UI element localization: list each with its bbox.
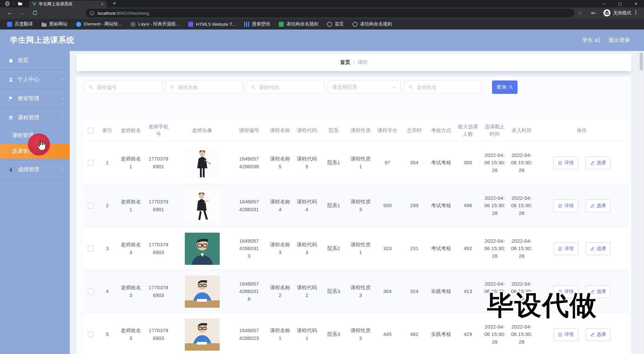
- course-no-filter: [84, 80, 162, 94]
- teacher-avatar: [173, 227, 231, 270]
- teacher-name-input[interactable]: [416, 84, 478, 91]
- search-icon: [170, 85, 174, 90]
- cell-max-students: 496: [454, 184, 481, 227]
- incognito-label: 无痕模式: [613, 10, 631, 16]
- browser-logo-icon: [5, 1, 10, 6]
- bookmark-favicon-icon: [42, 22, 47, 27]
- browser-tab[interactable]: 学生网上选课系统 ×: [29, 1, 107, 7]
- current-user-label[interactable]: 学生 a1: [582, 37, 600, 44]
- row-checkbox[interactable]: [88, 246, 94, 251]
- sidebar-item-profile[interactable]: 个人中心: [0, 70, 70, 89]
- choose-course-button[interactable]: 选课: [586, 157, 610, 169]
- search-icon: [89, 85, 93, 90]
- bookmark-favicon-icon: [76, 22, 81, 27]
- search-icon: [508, 85, 513, 90]
- site-info-icon[interactable]: [90, 11, 95, 16]
- course-no-input[interactable]: [96, 84, 158, 91]
- window-minimize-button[interactable]: ─: [596, 0, 612, 7]
- search-button[interactable]: 查询: [492, 80, 518, 94]
- reload-button[interactable]: [32, 10, 38, 16]
- pen-icon: [590, 332, 595, 337]
- teacher-name-filter: [404, 80, 482, 94]
- column-header: 最大选课人数: [454, 120, 481, 141]
- forward-button[interactable]: →: [19, 9, 26, 17]
- bookmark-favicon-icon: [279, 22, 284, 27]
- column-header: 课程学分: [374, 120, 401, 141]
- tab-close-icon[interactable]: ×: [101, 2, 104, 6]
- bookmark-item[interactable]: 搜索壁纸: [240, 19, 274, 30]
- screen: 学生网上选课系统 × + ─ ▢ ✕ ← → localhost:8081/#/…: [0, 0, 644, 354]
- row-checkbox[interactable]: [88, 289, 94, 294]
- browser-menu-button[interactable]: [635, 10, 636, 14]
- bookmark-star-icon[interactable]: ☆: [578, 9, 583, 16]
- detail-button[interactable]: 详情: [553, 199, 578, 212]
- pen-icon: [590, 161, 595, 165]
- incognito-badge: 无痕模式: [603, 9, 631, 17]
- detail-button[interactable]: 详情: [553, 242, 578, 255]
- cell-total-hours: 482: [401, 313, 428, 354]
- column-header: 总学时: [401, 120, 428, 141]
- teacher-photo: [185, 318, 220, 351]
- cell-max-students: 492: [454, 227, 481, 270]
- bookmark-item[interactable]: 图标网站: [37, 19, 72, 30]
- sidebar-item-grades[interactable]: 成绩管理: [0, 160, 70, 179]
- table-row: 3 老师姓名3 17703786903 164905742860313 课程名称…: [84, 227, 629, 270]
- flag-icon: [8, 96, 14, 102]
- choose-course-button[interactable]: 选课: [586, 242, 610, 255]
- sidebar-item-home[interactable]: 首页: [0, 51, 70, 70]
- bookmark-item[interactable]: 首页: [323, 19, 348, 30]
- scrollbar-thumb[interactable]: [640, 53, 643, 71]
- address-bar[interactable]: localhost:8081/#/kecheng: [86, 9, 574, 17]
- table-row: 2 老师姓名1 17703786901 16490574286031 课程名称4…: [84, 184, 629, 227]
- app-header: 学生网上选课系统 学生 a1 退出登录: [0, 30, 644, 51]
- stack-icon: [8, 115, 14, 121]
- course-code-input[interactable]: [258, 84, 320, 91]
- course-name-input[interactable]: [177, 84, 239, 91]
- window-close-button[interactable]: ✕: [628, 0, 644, 7]
- detail-button[interactable]: 详情: [553, 328, 578, 341]
- sidebar-item-course-mgmt[interactable]: 课程管理: [0, 108, 70, 127]
- choose-course-button[interactable]: 选课: [586, 199, 610, 212]
- bookmark-item[interactable]: 表结构命名规则: [274, 19, 323, 30]
- bookmark-item[interactable]: 表结构命名规则: [348, 19, 396, 30]
- teacher-avatar: [173, 184, 231, 227]
- bookmark-item[interactable]: Layui - 经典开源模...: [126, 19, 184, 30]
- home-icon: [8, 58, 14, 63]
- column-header: 课程编号: [231, 120, 267, 141]
- column-header: 考核方式: [428, 120, 454, 141]
- cell-course-code: 课程代码2: [293, 270, 320, 313]
- document-icon: [558, 246, 562, 251]
- cell-teacher-name: 老师姓名3: [117, 270, 144, 313]
- cell-teacher-name: 老师姓名1: [117, 184, 144, 227]
- sidebar-item-classroom[interactable]: 教室管理: [0, 89, 70, 108]
- new-tab-button[interactable]: +: [113, 0, 116, 7]
- department-select[interactable]: 请选择院系: [328, 80, 401, 94]
- bookmark-item[interactable]: HTML5 Website T...: [184, 19, 240, 30]
- document-icon: [558, 161, 562, 165]
- bookmark-item[interactable]: 百度翻译: [3, 19, 37, 30]
- page-scrollbar[interactable]: [639, 51, 643, 354]
- choose-course-button[interactable]: 选课: [586, 328, 610, 341]
- cell-deadline: 2022-04-06 15:30:28: [481, 227, 508, 270]
- row-checkbox[interactable]: [88, 203, 94, 209]
- breadcrumb-home-link[interactable]: 首页: [340, 59, 350, 66]
- bookmark-item[interactable]: Element - 网站快...: [72, 19, 126, 30]
- filter-bar: 请选择院系 查询: [84, 80, 518, 94]
- cell-course-no: 16490574286031: [231, 184, 267, 227]
- window-maximize-button[interactable]: ▢: [612, 0, 628, 7]
- password-key-icon[interactable]: [590, 10, 596, 16]
- row-checkbox[interactable]: [88, 160, 94, 166]
- cell-course-code: 课程代码4: [293, 184, 320, 227]
- column-header: 老师手机号: [144, 120, 173, 141]
- back-button[interactable]: ←: [7, 9, 13, 17]
- detail-button[interactable]: 详情: [553, 157, 578, 169]
- row-checkbox[interactable]: [88, 332, 94, 337]
- select-all-checkbox[interactable]: [88, 128, 94, 133]
- logout-button[interactable]: 退出登录: [608, 37, 630, 44]
- url-host: localhost: [98, 11, 115, 16]
- bookmark-favicon-icon: [327, 22, 332, 27]
- cell-department: 院系1: [320, 141, 347, 184]
- pen-icon: [590, 246, 595, 251]
- cell-index: 2: [97, 184, 117, 227]
- table-row: 1 老师姓名1 17703786901 16490574286038 课程名称5…: [84, 141, 629, 184]
